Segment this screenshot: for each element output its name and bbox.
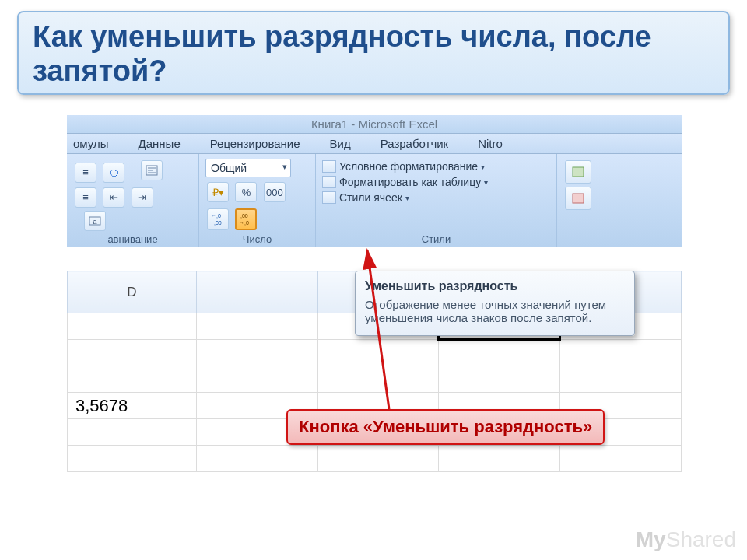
cell-with-value[interactable]: 3,5678 bbox=[68, 393, 197, 419]
watermark: MyShared bbox=[636, 527, 736, 552]
dropdown-icon: ▾ bbox=[481, 163, 485, 171]
format-as-table-label: Форматировать как таблицу bbox=[339, 176, 481, 188]
ribbon-group-alignment: ≡ ⭯ ≡ ⇤ ⇥ a авнивание bbox=[67, 154, 199, 247]
tab-developer[interactable]: Разработчик bbox=[381, 137, 448, 150]
group-label-alignment: авнивание bbox=[67, 233, 198, 245]
svg-text:→,0: →,0 bbox=[239, 220, 249, 226]
decrease-decimal-button[interactable]: ,00→,0 bbox=[235, 208, 257, 230]
tab-nitro[interactable]: Nitro bbox=[478, 137, 503, 150]
cell-styles-button[interactable]: Стили ячеек ▾ bbox=[322, 191, 550, 204]
dropdown-icon: ▾ bbox=[405, 194, 409, 202]
watermark-rest: Shared bbox=[666, 527, 736, 551]
ribbon-group-number: Общий ₽▾ % 000 ←,0,00 ,00→,0 Число bbox=[199, 154, 316, 247]
insert-cells-icon[interactable] bbox=[565, 160, 591, 184]
tab-formulas-partial[interactable]: омулы bbox=[73, 137, 109, 150]
svg-text:,00: ,00 bbox=[214, 220, 222, 226]
align-top-icon[interactable]: ≡ bbox=[75, 163, 96, 183]
increase-decimal-button[interactable]: ←,0,00 bbox=[207, 208, 229, 230]
cell-styles-label: Стили ячеек bbox=[339, 191, 402, 204]
tooltip-title: Уменьшить разрядность bbox=[365, 279, 625, 293]
number-format-value: Общий bbox=[211, 162, 247, 174]
orientation-icon[interactable]: ⭯ bbox=[103, 163, 124, 183]
table-row bbox=[68, 366, 682, 393]
ribbon-group-styles: Условное форматирование ▾ Форматировать … bbox=[316, 154, 557, 247]
question-text: Как уменьшить разрядность числа, после з… bbox=[33, 20, 651, 87]
ribbon-tabs: омулы Данные Рецензирование Вид Разработ… bbox=[67, 134, 682, 154]
group-label-styles: Стили bbox=[316, 233, 556, 245]
svg-rect-8 bbox=[573, 194, 584, 203]
svg-text:←,0: ←,0 bbox=[211, 213, 221, 219]
column-header-d[interactable]: D bbox=[68, 271, 197, 313]
table-row bbox=[68, 446, 682, 472]
tooltip-body: Отображение менее точных значений путем … bbox=[365, 298, 625, 324]
conditional-formatting-button[interactable]: Условное форматирование ▾ bbox=[322, 160, 550, 173]
callout-box: Кнопка «Уменьшить разрядность» bbox=[286, 409, 605, 445]
dropdown-icon: ▾ bbox=[484, 178, 488, 187]
column-header-e[interactable] bbox=[196, 271, 317, 313]
ribbon-group-cells-partial bbox=[557, 154, 604, 247]
table-row bbox=[68, 340, 682, 366]
cell-styles-icon bbox=[322, 191, 336, 204]
svg-rect-7 bbox=[573, 167, 584, 177]
comma-style-icon[interactable]: 000 bbox=[264, 182, 286, 202]
increase-indent-icon[interactable]: ⇥ bbox=[132, 187, 153, 208]
window-title: Книга1 - Microsoft Excel bbox=[311, 117, 437, 131]
decrease-indent-icon[interactable]: ⇤ bbox=[103, 187, 124, 208]
accounting-format-icon[interactable]: ₽▾ bbox=[207, 182, 229, 202]
align-left-icon[interactable]: ≡ bbox=[75, 187, 96, 208]
tab-review[interactable]: Рецензирование bbox=[210, 137, 300, 150]
group-label-number: Число bbox=[199, 233, 315, 245]
format-as-table-icon bbox=[322, 176, 336, 188]
window-titlebar: Книга1 - Microsoft Excel bbox=[67, 115, 682, 134]
watermark-prefix: My bbox=[636, 527, 666, 551]
percent-format-icon[interactable]: % bbox=[235, 182, 257, 202]
tooltip: Уменьшить разрядность Отображение менее … bbox=[355, 271, 635, 336]
delete-cells-icon[interactable] bbox=[565, 187, 591, 210]
tab-view[interactable]: Вид bbox=[330, 137, 351, 150]
svg-text:,00: ,00 bbox=[240, 213, 248, 219]
number-format-combo[interactable]: Общий bbox=[205, 159, 291, 177]
svg-text:a: a bbox=[93, 218, 96, 226]
wrap-text-icon[interactable] bbox=[141, 160, 163, 180]
conditional-formatting-label: Условное форматирование bbox=[339, 160, 478, 173]
question-box: Как уменьшить разрядность числа, после з… bbox=[17, 11, 730, 95]
conditional-formatting-icon bbox=[322, 160, 336, 173]
format-as-table-button[interactable]: Форматировать как таблицу ▾ bbox=[322, 176, 550, 188]
merge-center-icon[interactable]: a bbox=[84, 211, 106, 231]
ribbon: ≡ ⭯ ≡ ⇤ ⇥ a авнивание bbox=[67, 154, 682, 247]
callout-text: Кнопка «Уменьшить разрядность» bbox=[299, 417, 592, 436]
tab-data[interactable]: Данные bbox=[139, 137, 181, 150]
